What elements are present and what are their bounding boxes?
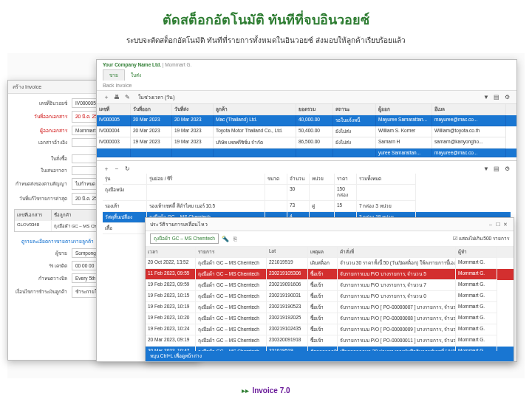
minus-icon[interactable]: −	[113, 165, 120, 172]
table-row[interactable]: 19 Feb 2023, 10:20ถุงมือผ้า GC – MS Chem…	[146, 313, 514, 324]
brand-footer: ▸▸Invoice 7.0	[0, 386, 532, 395]
filter-icon[interactable]: ▼	[482, 94, 490, 101]
table-row[interactable]: 19 Feb 2023, 09:59ถุงมือผ้า GC – MS Chem…	[146, 280, 514, 291]
gear-icon[interactable]: ⚙	[503, 165, 511, 172]
columns-icon[interactable]: ▤	[493, 94, 500, 101]
table-row[interactable]: IV00000319 Mar 202319 Mar 2023บริษัท เทค…	[97, 137, 516, 149]
flashlight-icon[interactable]: 🔦	[222, 235, 229, 242]
print-icon[interactable]: 🖶	[113, 94, 120, 101]
table-row[interactable]: 11 Feb 2023, 09:55ถุงมือผ้า GC – MS Chem…	[146, 269, 514, 280]
add-icon[interactable]: ＋	[103, 165, 110, 172]
arrow-icon: ▸▸	[242, 386, 249, 395]
refresh-icon[interactable]: ↻	[123, 165, 131, 172]
edit-icon[interactable]: ✎	[123, 94, 131, 101]
table-row[interactable]: 19 Feb 2023, 10:24ถุงมือผ้า GC – MS Chem…	[146, 324, 514, 335]
table-row[interactable]: 20 Mar 2023, 09:19ถุงมือผ้า GC – MS Chem…	[146, 335, 514, 347]
table-row[interactable]: 20 Oct 2022, 13:52ถุงมือผ้า GC – MS Chem…	[146, 258, 514, 269]
table-row[interactable]: รองเท้ารองเท้าเซฟตี้ สีดำไหม เบอร์ 10.57…	[103, 201, 511, 212]
table-row[interactable]: 19 Feb 2023, 10:19ถุงมือผ้า GC – MS Chem…	[146, 302, 514, 313]
tab-sell[interactable]: ขาย	[103, 69, 125, 81]
history-popup: ประวัติรายการเคลื่อนไหว –☐✕ ถุงมือผ้า GC…	[145, 217, 514, 362]
history-grid: เวลารายการLotเหตุผลคำสั่งที่ผู้ทำ 20 Oct…	[146, 247, 514, 358]
table-row[interactable]: IV00000420 Mar 202319 Mar 2023Toyota Mot…	[97, 126, 516, 137]
close-icon[interactable]: ✕	[502, 222, 509, 228]
table-row[interactable]: yuree Samarattan...mayuree@mac.co...	[97, 149, 516, 157]
table-row[interactable]: ถุงมือหนัง30150 กล่อง	[103, 185, 511, 201]
table-row[interactable]: 19 Feb 2023, 10:15ถุงมือผ้า GC – MS Chem…	[146, 291, 514, 302]
table-row[interactable]: IV00000520 Mar 202320 Mar 2023Mac (Thail…	[97, 115, 516, 126]
filter-icon[interactable]: ▼	[482, 165, 490, 172]
gear-icon[interactable]: ⚙	[503, 94, 511, 101]
popup-title: ประวัติรายการเคลื่อนไหว	[150, 220, 208, 228]
page-subtitle: ระบบจะตัดสต็อกอัตโนมัติ ทันทีที่รายการทั…	[0, 35, 532, 46]
main-toolbar: ＋ 🖶 ✎ ในช่วงเวลา (วัน) ▼ ▤ ⚙	[97, 90, 516, 104]
add-icon[interactable]: ＋	[103, 94, 110, 101]
limit-checkbox[interactable]: ☑ แสดงไม่เกิน 500 รายการ	[453, 235, 509, 242]
columns-icon[interactable]: ▤	[493, 165, 500, 172]
invoice-grid: เลขที่วันที่ออกวันที่ส่งลูกค้ายอดรวมสถาน…	[97, 104, 516, 157]
popup-footer: หมุน Ctrl+L เพื่อดูหน้าถ่าง	[146, 351, 514, 361]
maximize-icon[interactable]: ☐	[494, 222, 502, 228]
export-icon[interactable]: ⎘	[232, 235, 239, 242]
minimize-icon[interactable]: –	[487, 222, 494, 227]
filter-chip[interactable]: ถุงมือผ้า GC – MS Chemtech	[150, 233, 219, 244]
page-title: ตัดสต็อกอัตโนมัติ ทันทีที่จบอินวอยซ์	[0, 9, 532, 30]
